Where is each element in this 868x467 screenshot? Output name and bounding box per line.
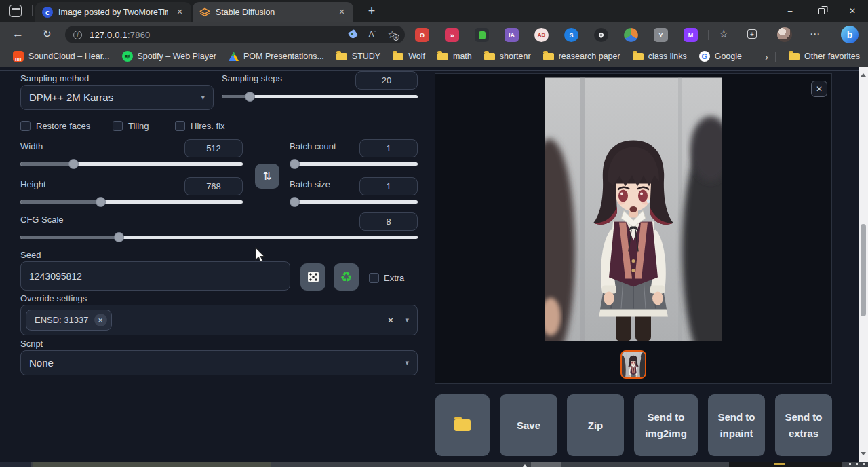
bing-discover-icon[interactable]: b bbox=[841, 26, 859, 43]
extension-shazam-icon[interactable]: S bbox=[564, 28, 578, 42]
window-close-button[interactable]: ✕ bbox=[837, 0, 868, 22]
height-value[interactable]: 768 bbox=[184, 177, 243, 195]
bookmark-folder-shortenr[interactable]: shortenr bbox=[478, 50, 537, 63]
more-menu-icon[interactable]: ⋯ bbox=[810, 28, 820, 40]
extension-location-pin-icon[interactable] bbox=[594, 28, 608, 42]
open-folder-button[interactable] bbox=[435, 394, 490, 456]
gallery-close-button[interactable]: ✕ bbox=[811, 81, 827, 97]
send-to-extras-button[interactable]: Send to extras bbox=[775, 394, 832, 456]
gallery-thumbnail-selected[interactable] bbox=[620, 350, 646, 379]
slider-handle[interactable] bbox=[114, 232, 124, 242]
cfg-scale-slider[interactable] bbox=[20, 232, 418, 242]
generated-image[interactable] bbox=[545, 77, 722, 341]
tab-close-icon[interactable]: ✕ bbox=[174, 6, 186, 18]
height-slider[interactable] bbox=[20, 197, 243, 207]
restore-faces-checkbox[interactable] bbox=[20, 121, 31, 131]
window-minimize-button[interactable]: – bbox=[774, 0, 806, 22]
swap-dimensions-button[interactable]: ⇅ bbox=[255, 164, 279, 189]
url-host: 127.0.0.1 bbox=[90, 30, 127, 40]
tab-actions-icon[interactable] bbox=[9, 5, 22, 17]
window-controls: – ✕ bbox=[774, 0, 868, 22]
bookmark-google[interactable]: GGoogle bbox=[693, 49, 748, 64]
favorites-bar-star-icon[interactable]: ☆ bbox=[719, 28, 728, 40]
sampling-method-dropdown[interactable]: DPM++ 2M Karras ▾ bbox=[20, 85, 214, 110]
extra-seed-checkbox[interactable] bbox=[369, 273, 379, 283]
slider-fill bbox=[20, 200, 100, 204]
clear-icon[interactable]: ✕ bbox=[387, 316, 394, 325]
collections-icon[interactable]: + bbox=[747, 29, 757, 39]
slider-handle[interactable] bbox=[290, 159, 300, 169]
taskbar-sliver bbox=[0, 462, 868, 467]
script-label: Script bbox=[20, 339, 43, 349]
bookmarks-overflow-chevron[interactable]: › bbox=[765, 51, 768, 62]
slider-handle[interactable] bbox=[245, 92, 255, 102]
override-chip-ensd[interactable]: ENSD: 31337 ✕ bbox=[26, 310, 112, 331]
extension-globe-icon[interactable] bbox=[624, 28, 638, 42]
bookmark-folder-reasearch-paper[interactable]: reasearch paper bbox=[537, 50, 627, 63]
bookmark-soundcloud[interactable]: ılııSoundCloud – Hear... bbox=[7, 49, 116, 64]
extension-ia-icon[interactable]: IA bbox=[505, 28, 519, 42]
save-button[interactable]: Save bbox=[500, 394, 557, 456]
profile-avatar[interactable] bbox=[777, 27, 792, 42]
site-info-icon[interactable]: i bbox=[73, 31, 82, 39]
batch-count-value[interactable]: 1 bbox=[359, 139, 418, 157]
tab-close-icon[interactable]: ✕ bbox=[336, 6, 348, 18]
slider-handle[interactable] bbox=[68, 159, 79, 169]
shopping-tag-icon[interactable] bbox=[348, 29, 358, 39]
random-seed-button[interactable] bbox=[300, 263, 326, 291]
zip-button[interactable]: Zip bbox=[567, 394, 624, 456]
bookmark-folder-class-links[interactable]: class links bbox=[627, 50, 693, 63]
back-button[interactable]: ← bbox=[12, 28, 24, 40]
slider-fill bbox=[20, 236, 119, 239]
bookmark-spotify[interactable]: ≋Spotify – Web Player bbox=[116, 49, 223, 64]
width-value[interactable]: 512 bbox=[184, 139, 243, 157]
slider-track bbox=[290, 200, 418, 204]
scroll-down-arrow[interactable] bbox=[861, 452, 866, 458]
send-to-inpaint-button[interactable]: Send to inpaint bbox=[708, 394, 765, 456]
script-dropdown[interactable]: None ▾ bbox=[20, 350, 418, 375]
extension-adblock-icon[interactable]: AD bbox=[534, 28, 549, 42]
cfg-scale-value[interactable]: 8 bbox=[359, 212, 418, 231]
chip-remove-icon[interactable]: ✕ bbox=[94, 314, 107, 326]
bookmark-folder-study[interactable]: STUDY bbox=[330, 50, 387, 63]
new-tab-button[interactable]: + bbox=[363, 3, 380, 19]
reuse-seed-button[interactable]: ♻ bbox=[334, 263, 359, 291]
slider-handle[interactable] bbox=[290, 197, 300, 207]
browser-tab-twomoretimes[interactable]: c Image posted by TwoMoreTimes ✕ bbox=[35, 2, 191, 22]
extension-red-o-icon[interactable]: O bbox=[415, 28, 429, 42]
tab-title: Stable Diffusion bbox=[216, 7, 330, 17]
tiling-checkbox[interactable] bbox=[113, 121, 123, 131]
width-slider[interactable] bbox=[20, 159, 243, 169]
refresh-button[interactable]: ↻ bbox=[43, 28, 52, 40]
folder-icon bbox=[336, 53, 347, 60]
send-to-img2img-button[interactable]: Send to img2img bbox=[634, 394, 698, 456]
hires-fix-checkbox[interactable] bbox=[175, 121, 185, 131]
batch-count-slider[interactable] bbox=[290, 159, 418, 169]
vertical-scrollbar[interactable] bbox=[859, 67, 868, 462]
toolbar-separator bbox=[708, 30, 709, 40]
other-favorites[interactable]: Other favorites bbox=[783, 50, 861, 63]
address-bar[interactable]: i 127.0.0.1:7860 A” ☆ bbox=[65, 26, 405, 43]
bookmark-pom-presentations[interactable]: POM Presentations... bbox=[222, 50, 330, 63]
bookmark-label: SoundCloud – Hear... bbox=[28, 52, 110, 61]
extension-green-monster-icon[interactable] bbox=[475, 28, 489, 42]
extension-monica-icon[interactable]: M bbox=[684, 28, 698, 42]
sampling-method-value: DPM++ 2M Karras bbox=[29, 92, 113, 103]
add-favorite-icon[interactable]: ☆ bbox=[388, 29, 397, 39]
bookmark-folder-wolf[interactable]: Wolf bbox=[387, 50, 431, 63]
browser-tab-stable-diffusion[interactable]: Stable Diffusion ✕ bbox=[193, 2, 353, 22]
scroll-up-arrow[interactable] bbox=[861, 71, 866, 77]
scrollbar-thumb[interactable] bbox=[861, 224, 866, 316]
sampling-steps-slider[interactable] bbox=[222, 92, 418, 102]
read-aloud-icon[interactable]: A” bbox=[368, 29, 376, 39]
seed-input[interactable] bbox=[20, 261, 290, 291]
sampling-steps-value[interactable]: 20 bbox=[355, 71, 418, 90]
extension-y-icon[interactable]: Y bbox=[654, 28, 668, 42]
window-restore-button[interactable] bbox=[806, 0, 837, 22]
batch-size-value[interactable]: 1 bbox=[359, 177, 418, 195]
bookmark-folder-math[interactable]: math bbox=[431, 50, 478, 63]
restore-icon bbox=[818, 8, 825, 14]
slider-handle[interactable] bbox=[96, 197, 106, 207]
batch-size-slider[interactable] bbox=[290, 197, 418, 207]
extension-video-play-icon[interactable]: » bbox=[445, 28, 459, 42]
